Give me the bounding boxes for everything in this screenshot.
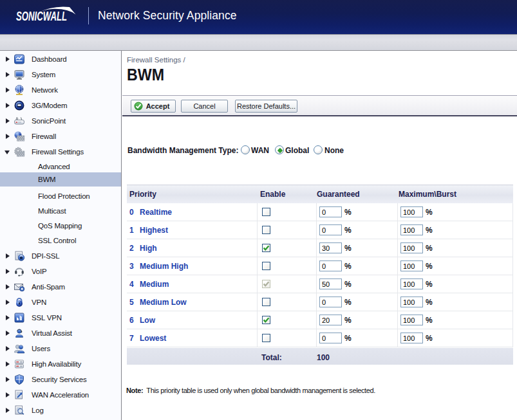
svg-text:SONICWALL: SONICWALL <box>16 8 67 23</box>
